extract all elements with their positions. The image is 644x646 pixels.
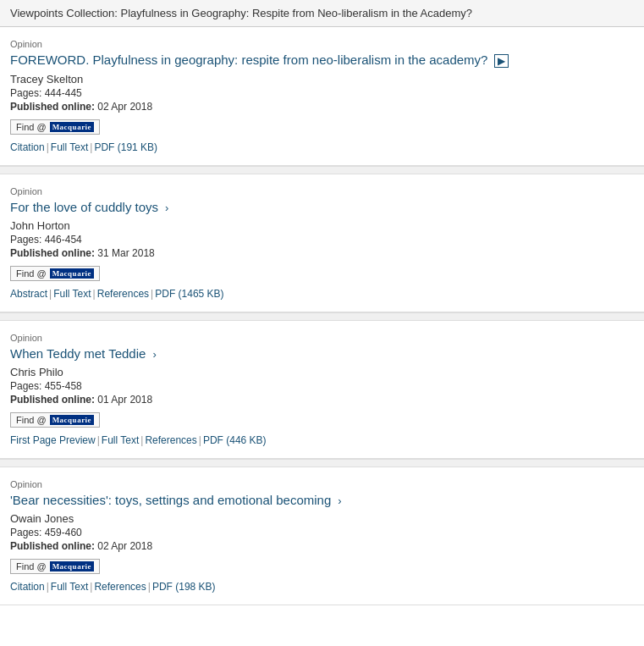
article-card: Opinion'Bear necessities': toys, setting… <box>0 467 644 605</box>
article-pages: Pages: 446-454 <box>10 234 634 246</box>
find-button[interactable]: Find @Macquarie <box>10 412 100 428</box>
find-logo: Macquarie <box>50 561 95 571</box>
link-separator: | <box>47 581 49 593</box>
citation-1[interactable]: Citation <box>10 141 45 153</box>
pdf-3[interactable]: PDF (446 KB) <box>203 434 267 446</box>
articles-list: OpinionFOREWORD. Playfulness in geograph… <box>0 27 644 605</box>
article-author: Chris Philo <box>10 366 634 378</box>
pdf-2[interactable]: PDF (1465 KB) <box>155 288 223 300</box>
article-type: Opinion <box>10 39 634 49</box>
find-text: Find @ <box>16 415 47 425</box>
link-separator: | <box>90 141 92 153</box>
article-author: John Horton <box>10 219 634 232</box>
article-title-link[interactable]: When Teddy met Teddie <box>10 346 146 361</box>
article-title-row: FOREWORD. Playfulness in geography: resp… <box>10 52 634 68</box>
page-title: Viewpoints Collection: Playfulness in Ge… <box>10 7 472 19</box>
link-separator: | <box>140 434 143 446</box>
article-published: Published online: 02 Apr 2018 <box>10 101 634 113</box>
find-button[interactable]: Find @Macquarie <box>10 119 100 135</box>
article-type: Opinion <box>10 333 634 343</box>
link-separator: | <box>199 434 201 446</box>
link-separator: | <box>49 288 52 300</box>
article-links-row: First Page Preview|Full Text|References|… <box>10 434 634 446</box>
article-title-link[interactable]: For the love of cuddly toys <box>10 200 158 214</box>
find-logo: Macquarie <box>50 268 95 279</box>
article-type: Opinion <box>10 186 634 196</box>
article-author: Owain Jones <box>10 512 634 525</box>
article-type: Opinion <box>10 479 634 489</box>
link-separator: | <box>47 141 49 153</box>
link-separator: | <box>148 581 151 593</box>
article-card: OpinionFor the love of cuddly toys›John … <box>0 174 644 312</box>
page-header: Viewpoints Collection: Playfulness in Ge… <box>0 0 644 27</box>
references-4[interactable]: References <box>94 581 146 593</box>
references-3[interactable]: References <box>145 434 196 446</box>
link-separator: | <box>97 434 100 446</box>
section-divider <box>0 166 644 174</box>
find-text: Find @ <box>16 268 47 279</box>
article-published: Published online: 31 Mar 2018 <box>10 247 634 259</box>
external-arrow-icon: ▶ <box>494 54 509 68</box>
link-separator: | <box>151 288 153 300</box>
section-divider <box>0 459 644 467</box>
preview-3[interactable]: First Page Preview <box>10 434 96 446</box>
find-button[interactable]: Find @Macquarie <box>10 559 100 574</box>
article-title-link[interactable]: FOREWORD. Playfulness in geography: resp… <box>10 52 487 67</box>
fulltext-4[interactable]: Full Text <box>51 581 88 593</box>
article-links-row: Abstract|Full Text|References|PDF (1465 … <box>10 288 634 300</box>
fulltext-2[interactable]: Full Text <box>53 288 91 300</box>
article-pages: Pages: 444-445 <box>10 87 634 99</box>
link-separator: | <box>93 288 96 300</box>
article-author: Tracey Skelton <box>10 73 634 86</box>
find-text: Find @ <box>16 122 47 132</box>
fulltext-1[interactable]: Full Text <box>51 141 88 153</box>
pdf-4[interactable]: PDF (198 KB) <box>152 581 216 593</box>
article-published: Published online: 01 Apr 2018 <box>10 394 634 406</box>
article-pages: Pages: 459-460 <box>10 527 634 538</box>
article-card: OpinionFOREWORD. Playfulness in geograph… <box>0 27 644 166</box>
citation-4[interactable]: Citation <box>10 581 45 593</box>
section-divider <box>0 312 644 321</box>
article-links-row: Citation|Full Text|PDF (191 KB) <box>10 141 634 153</box>
article-title-link[interactable]: 'Bear necessities': toys, settings and e… <box>10 493 331 507</box>
article-links-row: Citation|Full Text|References|PDF (198 K… <box>10 581 634 593</box>
find-logo: Macquarie <box>50 122 95 132</box>
find-button[interactable]: Find @Macquarie <box>10 266 100 281</box>
article-title-row: 'Bear necessities': toys, settings and e… <box>10 493 634 507</box>
chevron-right-icon: › <box>165 202 168 214</box>
link-separator: | <box>90 581 92 593</box>
article-title-row: For the love of cuddly toys› <box>10 200 634 214</box>
find-logo: Macquarie <box>50 415 95 425</box>
article-pages: Pages: 455-458 <box>10 380 634 392</box>
article-title-row: When Teddy met Teddie› <box>10 346 634 361</box>
find-text: Find @ <box>16 561 47 571</box>
article-published: Published online: 02 Apr 2018 <box>10 540 634 552</box>
fulltext-3[interactable]: Full Text <box>102 434 139 446</box>
references-2[interactable]: References <box>97 288 149 300</box>
chevron-right-icon: › <box>338 494 341 507</box>
article-card: OpinionWhen Teddy met Teddie›Chris Philo… <box>0 321 644 459</box>
pdf-1[interactable]: PDF (191 KB) <box>94 141 157 153</box>
abstract-2[interactable]: Abstract <box>10 288 47 300</box>
chevron-right-icon: › <box>152 348 156 361</box>
